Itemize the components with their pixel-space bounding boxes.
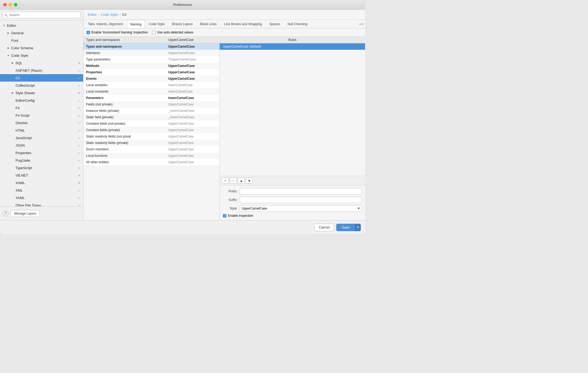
save-button[interactable]: Save [336,224,355,231]
sidebar-item-style-sheets[interactable]: ▶Style Sheets≋ [0,89,83,97]
tree-arrow-coffeescript [11,83,14,87]
table-row[interactable]: Local functionsUpperCamelCase [83,153,219,159]
auto-detect-checkbox-label[interactable]: Use auto-detected values [152,31,193,34]
auto-detect-checkbox[interactable] [152,31,156,34]
enable-inspection-checkbox-2[interactable] [223,214,226,218]
sidebar-item-editorconfig[interactable]: EditorConfig◇ [0,97,83,104]
sidebar-item-code-style[interactable]: ▼Code Style [0,52,83,59]
suffix-input[interactable] [240,197,362,203]
tree-icon-fsharp: ◇ [77,106,81,110]
tree-arrow-xml [11,188,14,192]
sidebar-item-javascript[interactable]: JavaScript◇ [0,134,83,142]
sidebar-item-csharp[interactable]: C#◇ [0,74,83,82]
row-name: Instance fields (private) [83,108,166,114]
sidebar-item-fsharp[interactable]: F#◇ [0,104,83,112]
tab-spaces[interactable]: Spaces [266,20,284,28]
tree-label-xml: XML [16,188,77,192]
sidebar-item-other-file-types[interactable]: Other File Types◇ [0,201,83,206]
enable-inspection-label-2: Enable inspection [228,214,253,218]
search-input[interactable] [3,12,80,18]
rules-list-item[interactable]: UpperCamelCase (default) [220,43,365,50]
cancel-button[interactable]: Cancel [314,224,334,231]
sidebar-item-font[interactable]: Font [0,37,83,44]
save-dropdown-button[interactable]: ▼ [355,224,361,231]
style-label: Style: [223,207,238,210]
sidebar-item-coffeescript[interactable]: CoffeeScript◇ [0,82,83,89]
col-header-type: Types and namespaces [83,37,166,43]
table-row[interactable]: Constant fields (not private)UpperCamelC… [83,120,219,127]
tab-braces-layout[interactable]: Braces Layout [169,20,196,28]
enable-inspection-checkbox[interactable] [87,31,90,34]
tabs-overflow[interactable]: ≡ 2 [359,22,363,26]
tree-arrow-csharp [11,76,14,80]
tree-arrow-typescript [11,166,14,170]
sidebar-item-properties[interactable]: Properties◇ [0,149,83,157]
table-row[interactable]: PropertiesUpperCamelCase [83,69,219,75]
tree-label-style-sheets: Style Sheets [16,91,77,95]
breadcrumb-item-0[interactable]: Editor [88,13,97,17]
tree-icon-pug-jade: ◇ [77,158,81,162]
prefix-input[interactable] [240,188,362,195]
tab-line-breaks[interactable]: Line Breaks and Wrapping [221,20,265,28]
tab-tabs-indents[interactable]: Tabs, Indents, Alignment [84,20,126,28]
table-row[interactable]: Type parametersTUpperCamelCase [83,56,219,63]
close-button[interactable] [3,3,7,6]
remove-rule-button[interactable]: − [230,178,237,184]
tab-null-checking[interactable]: Null Checking [284,20,311,28]
table-row[interactable]: Enum membersUpperCamelCase [83,146,219,153]
sidebar-item-typescript[interactable]: TypeScript◇ [0,164,83,172]
sidebar-item-yaml[interactable]: YAML◇ [0,194,83,201]
manage-layers-button[interactable]: Manage Layers [11,210,40,217]
breadcrumb-item-1[interactable]: Code Style [101,13,118,17]
sidebar-item-xml[interactable]: XML◇ [0,186,83,194]
tree-icon-properties: ◇ [77,151,81,155]
maximize-button[interactable] [14,3,17,6]
row-name: Local constants [83,88,166,95]
sidebar-item-aspnet[interactable]: ASP.NET (Razor)◇ [0,67,83,74]
minimize-button[interactable] [9,3,12,6]
table-row[interactable]: EventsUpperCamelCase [83,75,219,82]
table-row[interactable]: Local variableslowerCamelCase [83,82,219,88]
row-name: Parameters [83,95,166,101]
row-value: TUpperCamelCase [166,56,219,63]
sidebar-item-json[interactable]: JSON◇ [0,142,83,149]
move-down-button[interactable]: ▼ [246,178,253,184]
table-row[interactable]: All other entitiesUpperCamelCase [83,159,219,165]
table-row[interactable]: Static field (private)_lowerCamelCase [83,114,219,120]
row-value: UpperCamelCase [166,159,219,165]
move-up-button[interactable]: ▲ [238,178,245,184]
sidebar-item-gherkin[interactable]: Gherkin◇ [0,119,83,127]
rules-header: Rules [220,37,365,43]
sidebar-item-html[interactable]: HTML◇ [0,127,83,134]
sidebar-item-editor[interactable]: ▼Editor [0,22,83,29]
tab-blank-lines[interactable]: Blank Lines [197,20,220,28]
style-select[interactable]: UpperCamelCaselowerCamelCaseALL_UPPERall… [240,205,362,212]
sidebar-item-general[interactable]: ▶General [0,29,83,37]
add-rule-button[interactable]: + [222,178,229,184]
table-row[interactable]: InterfacesIUpperCamelCase [83,50,219,56]
table-row[interactable]: Static readonly fields (private)UpperCam… [83,140,219,146]
table-row[interactable]: ParameterslowerCamelCase [83,95,219,101]
sidebar-item-color-scheme[interactable]: ▶Color Scheme [0,44,83,52]
naming-options-bar: Enable 'Inconsistent Naming' inspection … [83,28,365,37]
table-row[interactable]: Constant fields (private)UpperCamelCase [83,127,219,133]
table-row[interactable]: Local constantslowerCamelCase [83,88,219,95]
table-row[interactable]: Instance fields (private)_lowerCamelCase [83,108,219,114]
table-row[interactable]: Types and namespacesUpperCamelCase [83,43,219,50]
table-row[interactable]: MethodsUpperCamelCase [83,63,219,69]
help-button[interactable]: ? [3,211,9,216]
sidebar-item-sql[interactable]: ▶SQL≋ [0,59,83,67]
tab-naming[interactable]: Naming [127,20,145,28]
tree-arrow-editorconfig [11,98,14,102]
tree-icon-javascript: ◇ [77,136,81,140]
sidebar-item-vbnet[interactable]: VB.NET≋ [0,172,83,179]
table-row[interactable]: Static readonly fields (not privatUpperC… [83,133,219,140]
row-name: Local variables [83,82,166,88]
sidebar-item-xaml[interactable]: XAML≋ [0,179,83,186]
sidebar-item-fsharp-script[interactable]: F# Script◇ [0,112,83,119]
table-row[interactable]: Fields (not private)UpperCamelCase [83,101,219,108]
enable-inspection-checkbox-label[interactable]: Enable 'Inconsistent Naming' inspection [87,31,148,34]
tab-code-style[interactable]: Code Style [145,20,168,28]
sidebar-item-pug-jade[interactable]: Pug/Jade◇ [0,157,83,164]
tree-arrow-color-scheme: ▶ [6,46,10,50]
